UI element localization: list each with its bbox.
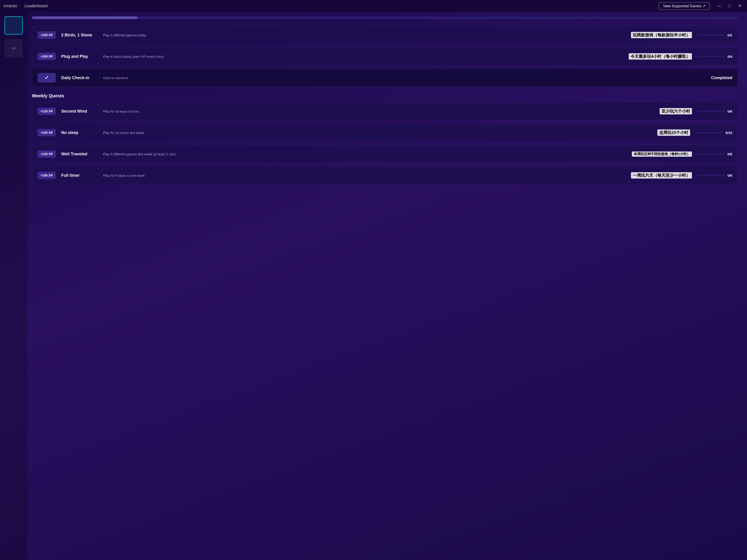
close-button[interactable]: ✕	[736, 2, 743, 9]
completed-text-checkin: Completed	[711, 76, 732, 80]
quest-desc-secondwind: Play for at least 6 hours	[103, 109, 654, 113]
quest-annotation-welltraveled: 本周玩五种不同的游戏（每种1小时）	[632, 152, 692, 157]
xp-badge-2birds: +100 XP	[37, 31, 56, 39]
nav-items: ements Leaderboard	[4, 3, 48, 9]
minimize-button[interactable]: —	[715, 3, 723, 9]
top-progress-fill	[32, 17, 138, 19]
quest-row-checkin: ✓ Daily Check-in Click to check-in Compl…	[32, 69, 738, 87]
xp-badge-welltraveled: +125 XP	[37, 150, 56, 158]
progress-bar-fulltimer	[697, 175, 725, 176]
quest-row-welltraveled: +125 XP Well Traveled Play 5 different g…	[32, 145, 738, 163]
quest-desc-plug: Play 4 hours today (earn XP every hour)	[103, 55, 623, 58]
quest-name-fulltimer: Full timer	[61, 173, 98, 178]
top-progress-bar	[32, 17, 738, 19]
quest-name-nosleep: No sleep	[61, 130, 98, 135]
view-supported-games-button[interactable]: View Supported Games ↗	[659, 2, 710, 10]
quest-name-checkin: Daily Check-in	[61, 76, 98, 80]
progress-bar-nosleep	[696, 132, 723, 133]
progress-text-2birds: 0/2	[727, 33, 732, 37]
main-content: ary +100 XP 2 Birds, 1 Stone Play 2 diff…	[0, 12, 747, 560]
progress-text-plug: 0/4	[727, 55, 732, 58]
quest-item-welltraveled[interactable]: +125 XP Well Traveled Play 5 different g…	[32, 145, 738, 163]
xp-badge-checkin: ✓	[37, 73, 56, 83]
sidebar: ary	[0, 12, 27, 560]
quest-annotation-secondwind: 至少玩六个小时	[660, 108, 692, 114]
quest-name-secondwind: Second Wind	[61, 109, 98, 114]
sidebar-item-1[interactable]	[4, 17, 23, 34]
xp-badge-plug: +160 XP	[37, 53, 56, 60]
quest-progress-secondwind: 0/6	[697, 109, 732, 113]
quest-item-2birds[interactable]: +100 XP 2 Birds, 1 Stone Play 2 differen…	[32, 26, 738, 44]
app-window: ements Leaderboard View Supported Games …	[0, 0, 747, 560]
quest-progress-plug: 0/4	[697, 55, 732, 58]
progress-text-fulltimer: 0/6	[727, 174, 732, 178]
quest-annotation-2birds: 玩两款游戏（每款游玩半小时）	[631, 32, 692, 38]
quest-item-secondwind[interactable]: +120 XP Second Wind Play for at least 6 …	[32, 102, 738, 120]
quest-item-nosleep[interactable]: +150 XP No sleep Play for 15 hours this …	[32, 124, 738, 142]
quest-progress-welltraveled: 0/5	[697, 152, 732, 156]
quest-item-checkin[interactable]: ✓ Daily Check-in Click to check-in Compl…	[32, 69, 738, 87]
quest-progress-2birds: 0/2	[697, 33, 732, 37]
title-bar: ements Leaderboard View Supported Games …	[0, 0, 747, 12]
xp-badge-nosleep: +150 XP	[37, 129, 56, 136]
quest-name-2birds: 2 Birds, 1 Stone	[61, 33, 98, 37]
quest-row-nosleep: +150 XP No sleep Play for 15 hours this …	[32, 124, 738, 142]
xp-badge-fulltimer: +180 XP	[37, 172, 56, 179]
quest-name-welltraveled: Well Traveled	[61, 152, 98, 157]
quest-annotation-nosleep: 这周玩15个小时	[658, 129, 690, 136]
progress-text-nosleep: 0/15	[726, 131, 732, 135]
quest-desc-nosleep: Play for 15 hours this week	[103, 131, 652, 135]
quest-row-fulltimer: +180 XP Full timer Play for 6 days in on…	[32, 166, 738, 184]
quest-desc-welltraveled: Play 5 different games this week (at lea…	[103, 152, 626, 156]
quest-item-fulltimer[interactable]: +180 XP Full timer Play for 6 days in on…	[32, 166, 738, 184]
quest-desc-fulltimer: Play for 6 days in one week	[103, 174, 625, 178]
quest-progress-fulltimer: 0/6	[697, 174, 732, 178]
progress-bar-2birds	[697, 34, 725, 36]
quest-name-plug: Plug and Play	[61, 54, 98, 59]
quest-desc-checkin: Click to check-in	[103, 76, 402, 80]
quest-annotation-fulltimer: 一周玩六天（每天至少一小时）	[631, 172, 692, 179]
content-area[interactable]: +100 XP 2 Birds, 1 Stone Play 2 differen…	[27, 12, 747, 560]
sidebar-label: ary	[12, 47, 16, 50]
nav-item-achievements[interactable]: ements	[4, 3, 17, 9]
progress-bar-plug	[697, 56, 725, 57]
quest-progress-nosleep: 0/15	[696, 131, 732, 135]
quest-desc-2birds: Play 2 different games today	[103, 33, 625, 37]
sidebar-item-2[interactable]: ary	[4, 39, 23, 57]
xp-badge-secondwind: +120 XP	[37, 108, 56, 115]
weekly-quests-title: Weekly Quests	[32, 93, 738, 99]
progress-text-welltraveled: 0/5	[727, 152, 732, 156]
window-controls: — □ ✕	[715, 2, 743, 9]
maximize-button[interactable]: □	[726, 3, 733, 9]
quest-annotation-plug: 今天最多玩4小时（每小时赚取）	[629, 53, 692, 60]
quest-item-plug[interactable]: +160 XP Plug and Play Play 4 hours today…	[32, 47, 738, 65]
nav-item-leaderboard[interactable]: Leaderboard	[24, 3, 48, 9]
progress-bar-secondwind	[697, 110, 725, 112]
quest-row-plug: +160 XP Plug and Play Play 4 hours today…	[32, 47, 738, 65]
quest-row-secondwind: +120 XP Second Wind Play for at least 6 …	[32, 102, 738, 120]
quest-row-2birds: +100 XP 2 Birds, 1 Stone Play 2 differen…	[32, 26, 738, 44]
progress-text-secondwind: 0/6	[727, 109, 732, 113]
progress-bar-welltraveled	[697, 153, 725, 155]
